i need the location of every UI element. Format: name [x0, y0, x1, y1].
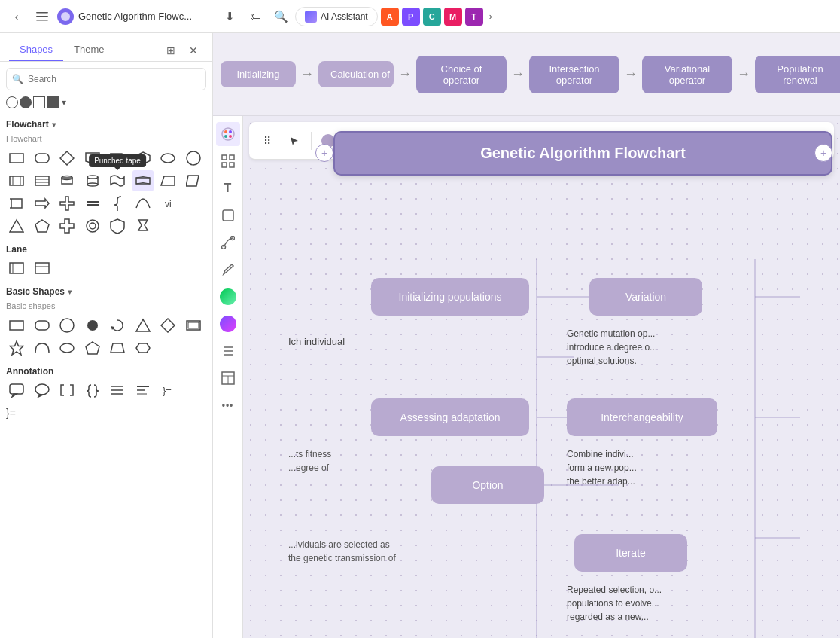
panel-icon-color-1[interactable] [216, 285, 240, 309]
tab-theme[interactable]: Theme [63, 39, 114, 61]
panel-icon-more[interactable]: ••• [216, 393, 240, 417]
shape-document[interactable] [82, 148, 103, 169]
shape-basic-circle[interactable] [56, 315, 78, 336]
panel-icon-grid[interactable] [216, 149, 240, 173]
shape-circle[interactable] [183, 148, 204, 169]
shape-diamond[interactable] [56, 148, 78, 169]
shape-equals[interactable] [82, 193, 103, 214]
node-assessing-adaptation[interactable]: Assessing adaptation [371, 398, 529, 436]
shape-process[interactable] [6, 170, 27, 191]
shape-lane-v[interactable] [32, 258, 53, 279]
shape-brace-l[interactable] [107, 193, 128, 214]
toolbar-pointer-button[interactable] [282, 129, 306, 153]
shape-empty[interactable] [183, 193, 204, 214]
shape-rect-sh[interactable] [6, 193, 27, 214]
shape-type-square-dot[interactable] [47, 96, 59, 108]
plus-btn-title-right[interactable]: + [814, 144, 832, 162]
shape-tri[interactable] [6, 215, 27, 237]
panel-icon-draw[interactable] [216, 258, 240, 282]
fc-node-initializing[interactable]: Initializing [221, 61, 296, 87]
tab-shapes[interactable]: Shapes [9, 39, 63, 61]
shape-basic-diamond[interactable] [157, 315, 178, 336]
fc-node-intersection[interactable]: Intersectionoperator [529, 56, 619, 93]
diagram-title-box[interactable]: Genetic Algorithm Flowchart [333, 131, 832, 176]
shape-basic-rect2[interactable] [183, 315, 204, 336]
panel-icon-text[interactable]: T [216, 176, 240, 200]
shape-oval[interactable] [157, 148, 178, 169]
section-basic-header[interactable]: Basic Shapes ▾ [6, 282, 206, 300]
plus-btn-title-left[interactable]: + [315, 144, 333, 162]
shape-alt1[interactable] [157, 170, 178, 191]
shape-basic-loop[interactable] [107, 315, 128, 336]
shape-lane-h[interactable] [6, 258, 27, 279]
app-icon-5[interactable]: T [465, 8, 483, 26]
fc-node-population[interactable]: Populationrenewal [755, 56, 840, 93]
shape-target[interactable] [82, 215, 103, 237]
shape-type-circle[interactable] [6, 96, 18, 108]
fc-node-calculation[interactable]: Calculation of [318, 61, 394, 87]
shape-basic-oval[interactable] [56, 337, 78, 359]
shape-bracket[interactable] [56, 380, 78, 401]
node-initializing-populations[interactable]: Initializing populations [371, 278, 529, 316]
shape-arrow-r[interactable] [32, 193, 53, 214]
shape-cylinder-h[interactable] [56, 170, 78, 191]
search-button[interactable]: 🔍 [269, 5, 292, 28]
shape-cross[interactable] [56, 215, 78, 237]
shape-punched-tape[interactable]: Punched tape [107, 170, 128, 191]
close-panel-button[interactable]: ✕ [184, 41, 203, 60]
node-interchangeability[interactable]: Interchangeability [567, 398, 717, 436]
panel-icon-color-2[interactable] [216, 312, 240, 336]
shape-parallelogram[interactable] [107, 148, 128, 169]
misc-symbol[interactable]: }= [6, 404, 206, 422]
app-icon-3[interactable]: C [423, 8, 441, 26]
shape-basic-trap[interactable] [107, 337, 128, 359]
section-lane-header[interactable]: Lane [6, 240, 206, 258]
app-icon-4[interactable]: M [444, 8, 462, 26]
search-input[interactable] [6, 68, 206, 90]
shape-barrel[interactable] [82, 170, 103, 191]
menu-button[interactable] [32, 6, 53, 27]
shape-type-square[interactable] [33, 96, 45, 108]
shape-flag[interactable] [132, 215, 154, 237]
shape-arc[interactable] [132, 193, 154, 214]
shape-shield[interactable] [107, 215, 128, 237]
panel-icon-table[interactable] [216, 366, 240, 390]
section-flowchart-header[interactable]: Flowchart ▾ [6, 114, 206, 133]
shape-hexagon[interactable] [132, 148, 154, 169]
shape-pent[interactable] [32, 215, 53, 237]
node-option[interactable]: Option [431, 466, 544, 504]
download-button[interactable]: ⬇ [218, 5, 241, 28]
back-button[interactable]: ‹ [6, 6, 27, 27]
shape-basic-rect[interactable] [6, 315, 27, 336]
shape-lines-h[interactable] [32, 170, 53, 191]
shape-basic-rounded[interactable] [32, 315, 53, 336]
shape-basic-pentagon[interactable] [82, 337, 103, 359]
fc-node-choice[interactable]: Choice ofoperator [416, 56, 507, 93]
tag-button[interactable]: 🏷 [244, 5, 266, 28]
more-apps-button[interactable]: › [486, 11, 495, 22]
node-iterate[interactable]: Iterate [574, 534, 687, 572]
shape-alt2[interactable] [183, 170, 204, 191]
shape-misc[interactable]: }= [157, 380, 178, 401]
shape-basic-triangle[interactable] [132, 315, 154, 336]
filter-icon[interactable]: ⊞ [161, 41, 181, 60]
shape-plus[interactable] [56, 193, 78, 214]
panel-icon-palette[interactable] [216, 122, 240, 146]
toolbar-drag-button[interactable]: ⠿ [255, 129, 279, 153]
shape-vi[interactable]: vi [157, 193, 178, 214]
panel-icon-connect[interactable] [216, 230, 240, 255]
app-icon-1[interactable]: A [381, 8, 399, 26]
shape-lines2-a[interactable] [132, 380, 154, 401]
shape-bubble[interactable] [32, 380, 53, 401]
shape-punched-tape-active[interactable] [132, 170, 154, 191]
shape-brace-a[interactable] [82, 380, 103, 401]
node-variation[interactable]: Variation [589, 278, 702, 316]
section-annotation-header[interactable]: Annotation [6, 362, 206, 380]
shape-type-dropdown[interactable]: ▾ [62, 97, 66, 108]
shape-basic-star[interactable] [6, 337, 27, 359]
ai-assistant-button[interactable]: AI Assistant [295, 7, 378, 26]
shape-basic-hex[interactable] [132, 337, 154, 359]
fc-node-variational[interactable]: Variationaloperator [642, 56, 732, 93]
shape-rounded-rect[interactable] [32, 148, 53, 169]
shape-basic-arch[interactable] [32, 337, 53, 359]
